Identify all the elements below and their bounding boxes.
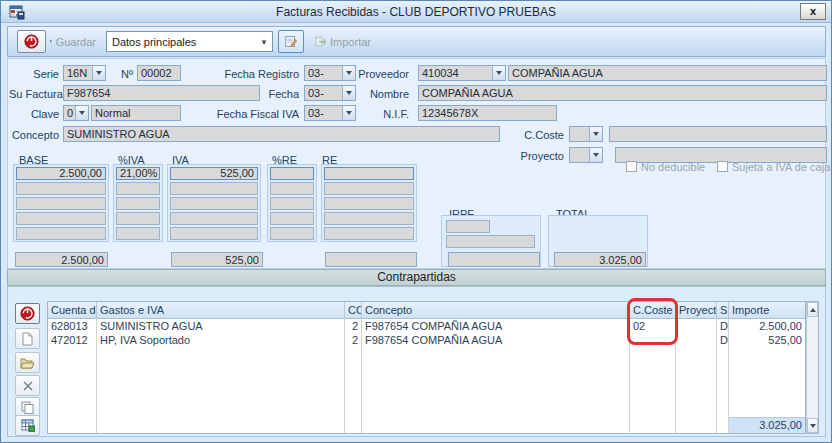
iva-field-3[interactable] <box>170 197 258 210</box>
table-cell[interactable]: 2 <box>345 333 362 347</box>
base-field-1[interactable]: 2.500,00 <box>16 167 106 180</box>
title-bar: Facturas Recibidas - CLUB DEPORTIVO PRUE… <box>1 1 831 23</box>
table-cell[interactable]: D <box>717 333 729 347</box>
table-cell[interactable]: HP, IVA Soportado <box>97 333 345 347</box>
proveedor-name-field[interactable]: COMPAÑIA AGUA <box>508 65 827 81</box>
base-field-5[interactable] <box>16 227 106 240</box>
empty-cell <box>362 417 630 433</box>
iva-field-5[interactable] <box>170 227 258 240</box>
re-field-3[interactable] <box>324 197 414 210</box>
sujeta-iva-caja-checkbox[interactable] <box>717 161 728 172</box>
piva-field-4[interactable] <box>116 212 160 225</box>
table-cell[interactable]: F987654 COMPAÑIA AGUA <box>362 319 630 333</box>
proyecto-value <box>570 148 589 162</box>
piva-field-2[interactable] <box>116 182 160 195</box>
chevron-down-icon[interactable] <box>589 148 602 162</box>
copy-icon <box>21 401 34 414</box>
re-field-4[interactable] <box>324 212 414 225</box>
col-header-gastos[interactable]: Gastos e IVA <box>97 302 345 319</box>
serie-combo[interactable]: 16N <box>63 65 106 81</box>
base-field-3[interactable] <box>16 197 106 210</box>
close-button[interactable]: x <box>800 3 826 20</box>
irpf-base-field[interactable] <box>446 235 535 248</box>
chevron-down-icon[interactable] <box>75 106 88 120</box>
scroll-down-icon[interactable] <box>807 418 818 433</box>
chevron-down-icon[interactable] <box>492 66 505 80</box>
col-header-cuenta[interactable]: Cuenta de <box>48 302 97 319</box>
chevron-down-icon[interactable] <box>92 66 105 80</box>
col-header-importe[interactable]: Importe <box>729 302 805 319</box>
scroll-up-icon[interactable] <box>807 302 818 317</box>
open-row-button[interactable] <box>15 352 40 373</box>
pre-field-1[interactable] <box>270 167 314 180</box>
table-cell[interactable]: 628013 <box>48 319 97 333</box>
table-cell[interactable] <box>676 319 717 333</box>
save-icon <box>50 35 52 48</box>
table-cell[interactable] <box>630 333 676 347</box>
contrapartidas-header: Contrapartidas <box>7 269 826 286</box>
ccoste-desc-field[interactable] <box>609 126 827 142</box>
table-cell[interactable]: F987654 COMPAÑIA AGUA <box>362 333 630 347</box>
piva-field-3[interactable] <box>116 197 160 210</box>
fecha-registro-label: Fecha Registro <box>201 68 299 80</box>
empty-cell <box>676 417 717 433</box>
view-select[interactable]: Datos principales ▾ <box>106 31 273 52</box>
export-grid-button[interactable] <box>15 415 40 436</box>
base-field-2[interactable] <box>16 182 106 195</box>
concepto-field[interactable]: SUMINISTRO AGUA <box>63 126 500 142</box>
table-cell[interactable]: 525,00 <box>729 333 805 347</box>
serie-label: Serie <box>9 68 59 80</box>
su-factura-label: Su Factura <box>9 88 59 100</box>
table-cell-ccoste[interactable]: 02 <box>630 319 676 333</box>
re-field-2[interactable] <box>324 182 414 195</box>
table-cell[interactable]: 472012 <box>48 333 97 347</box>
irpf-pct-field[interactable] <box>446 220 490 233</box>
clave-combo[interactable]: 0 <box>63 105 89 121</box>
no-deducible-checkbox[interactable] <box>626 161 637 172</box>
chevron-down-icon[interactable] <box>589 127 602 141</box>
table-cell[interactable]: 2 <box>345 319 362 333</box>
proyecto-combo[interactable] <box>569 147 603 163</box>
re-field-1[interactable] <box>324 167 414 180</box>
col-header-s[interactable]: S <box>717 302 729 319</box>
table-scrollbar[interactable] <box>806 301 819 434</box>
numero-field[interactable]: 00002 <box>137 65 181 81</box>
delete-x-icon <box>22 380 34 392</box>
pre-field-4[interactable] <box>270 212 314 225</box>
pre-field-5[interactable] <box>270 227 314 240</box>
import-button[interactable]: Importar <box>308 30 378 53</box>
pre-field-3[interactable] <box>270 197 314 210</box>
base-field-4[interactable] <box>16 212 106 225</box>
numero-label: Nº <box>105 68 133 80</box>
iva-field-2[interactable] <box>170 182 258 195</box>
clave-desc-field[interactable]: Normal <box>91 105 181 121</box>
piva-field-1[interactable]: 21,00% <box>116 167 160 180</box>
re-field-5[interactable] <box>324 227 414 240</box>
col-header-ccoste[interactable]: C.Coste <box>630 302 676 319</box>
col-header-proyecto[interactable]: Proyecto <box>676 302 717 319</box>
pre-column <box>267 164 317 242</box>
pre-field-2[interactable] <box>270 182 314 195</box>
piva-field-5[interactable] <box>116 227 160 240</box>
table-cell[interactable]: D <box>717 319 729 333</box>
new-row-button[interactable] <box>15 328 40 349</box>
no-deducible-label: No deducible <box>641 161 721 173</box>
nif-field[interactable]: 12345678X <box>418 105 557 121</box>
ccoste-value <box>570 127 589 141</box>
table-cell[interactable]: 2.500,00 <box>729 319 805 333</box>
delete-row-button[interactable] <box>15 375 40 396</box>
col-header-cc[interactable]: CC <box>345 302 362 319</box>
iva-field-1[interactable]: 525,00 <box>170 167 258 180</box>
grid-exit-button[interactable] <box>15 303 40 324</box>
table-cell[interactable] <box>676 333 717 347</box>
exit-button[interactable] <box>17 30 46 53</box>
col-header-concepto[interactable]: Concepto <box>362 302 630 319</box>
save-button[interactable]: Guardar <box>43 30 103 53</box>
edit-button[interactable] <box>278 30 304 53</box>
nombre-field[interactable]: COMPAÑIA AGUA <box>418 85 827 101</box>
iva-field-4[interactable] <box>170 212 258 225</box>
table-cell[interactable]: SUMINISTRO AGUA <box>97 319 345 333</box>
ccoste-combo[interactable] <box>569 126 603 142</box>
proveedor-combo[interactable]: 410034 <box>418 65 506 81</box>
table-export-icon <box>21 419 35 432</box>
